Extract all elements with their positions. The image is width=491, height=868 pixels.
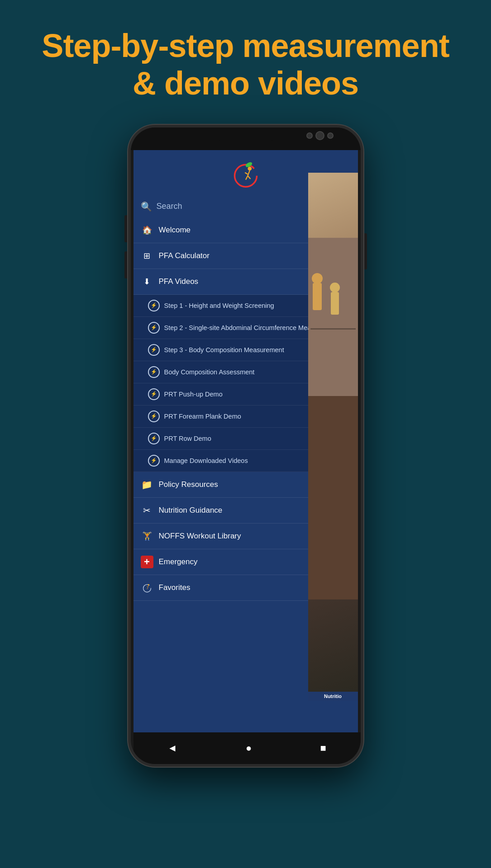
side-preview-image: Nutritio xyxy=(308,173,358,701)
svg-rect-1 xyxy=(313,283,322,310)
folder-icon: 📁 xyxy=(141,478,153,491)
svg-point-4 xyxy=(330,283,340,292)
step1-icon xyxy=(148,300,160,311)
svg-line-13 xyxy=(248,175,250,179)
nutrition-icon: ✂ xyxy=(141,504,153,517)
plank-icon xyxy=(148,410,160,422)
step2-icon xyxy=(148,322,160,334)
phone-shell: Nutritio xyxy=(128,125,363,767)
noffs-icon: 🏋 xyxy=(141,530,153,542)
camera-dot-1 xyxy=(306,132,313,139)
calculator-icon: ⊞ xyxy=(141,250,153,262)
phone-screen: Nutritio xyxy=(133,150,358,732)
gym-background-svg xyxy=(308,182,358,656)
svg-point-9 xyxy=(248,166,252,170)
logo-svg xyxy=(230,159,262,191)
svg-point-15 xyxy=(148,584,149,585)
camera-dot-2 xyxy=(315,131,324,140)
manage-videos-icon xyxy=(148,455,160,467)
svg-line-11 xyxy=(245,172,248,174)
svg-line-18 xyxy=(147,587,148,589)
svg-rect-6 xyxy=(308,396,358,599)
camera-cluster xyxy=(306,131,334,140)
body-comp-icon xyxy=(148,366,160,378)
app-logo xyxy=(230,159,262,191)
search-placeholder: Search xyxy=(157,202,182,211)
volume-up-button xyxy=(124,215,127,242)
side-label: Nutritio xyxy=(308,692,358,701)
phone-top-bar xyxy=(131,127,361,150)
svg-rect-5 xyxy=(310,328,356,330)
svg-point-7 xyxy=(234,165,257,187)
download-icon: ⬇ xyxy=(141,275,153,288)
svg-line-16 xyxy=(148,585,148,587)
svg-point-2 xyxy=(312,273,323,284)
recents-button[interactable]: ■ xyxy=(316,738,331,759)
volume-down-button xyxy=(124,251,127,278)
svg-rect-3 xyxy=(331,292,339,315)
power-button xyxy=(364,233,367,269)
row-icon xyxy=(148,433,160,444)
hero-title: Step-by-step measurement & demo videos xyxy=(0,27,491,102)
emergency-icon xyxy=(141,556,153,568)
pushup-icon xyxy=(148,388,160,400)
back-button[interactable]: ◄ xyxy=(163,738,182,759)
home-icon: 🏠 xyxy=(141,224,153,236)
svg-line-12 xyxy=(246,175,248,179)
notch xyxy=(219,134,273,144)
search-icon: 🔍 xyxy=(141,201,152,212)
step3-icon xyxy=(148,344,160,356)
phone-device: Nutritio xyxy=(128,125,363,767)
side-preview-panel: Nutritio xyxy=(308,173,358,701)
bottom-navigation: ◄ ● ■ xyxy=(133,732,361,764)
favorites-icon xyxy=(141,581,153,594)
home-button[interactable]: ● xyxy=(241,738,256,759)
svg-line-10 xyxy=(248,170,249,175)
camera-dot-3 xyxy=(327,132,334,139)
svg-point-14 xyxy=(143,584,151,592)
svg-line-17 xyxy=(147,586,148,587)
